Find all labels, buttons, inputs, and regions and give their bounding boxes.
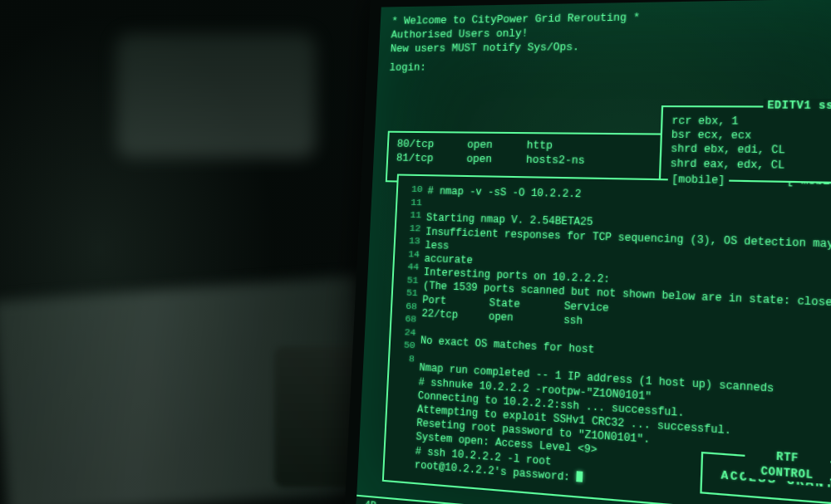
state-col: open [466, 153, 492, 168]
terminal-screen[interactable]: * Welcome to CityPower Grid Rerouting * … [344, 0, 831, 504]
editv1-tag: [mobile] [668, 173, 730, 188]
login-banner: * Welcome to CityPower Grid Rerouting * … [389, 7, 831, 75]
login-prompt[interactable]: login: [389, 58, 831, 76]
editv1-window[interactable]: EDITV1 sshnuke rcr ebx, 1 bsr ecx, ecx s… [659, 105, 831, 184]
editv1-title: EDITV1 sshnuke [763, 99, 831, 114]
service-col: hosts2-ns [526, 154, 585, 169]
asm-line: shrd eax, edx, CL [670, 157, 831, 174]
port-col: 80/tcp [396, 138, 434, 152]
background-monitor-blur [116, 33, 316, 158]
service-col: http [526, 139, 553, 154]
cursor-icon [577, 471, 583, 482]
state-col: open [467, 139, 493, 153]
port-col: 81/tcp [396, 151, 434, 165]
laptop-screen: * Welcome to CityPower Grid Rerouting * … [344, 0, 831, 504]
asm-line: rcr ebx, 1 [671, 115, 831, 130]
status-left: 4B [364, 499, 376, 504]
